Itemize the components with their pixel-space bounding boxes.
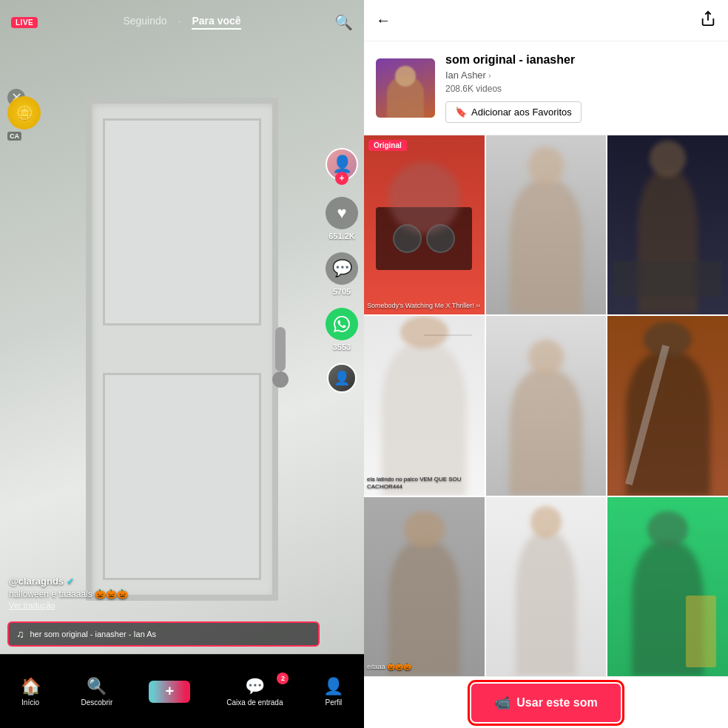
grid-item-2[interactable] bbox=[607, 135, 728, 314]
sound-details: som original - ianasher Ian Asher › 208.… bbox=[445, 53, 716, 123]
verified-icon: ✓ bbox=[67, 576, 74, 587]
coin-badge[interactable]: 🪙 bbox=[7, 96, 41, 129]
username[interactable]: @claragnds ✓ bbox=[9, 576, 128, 587]
nav-profile-label: Perfil bbox=[326, 698, 343, 707]
grid-item-6[interactable]: eitaaa 🎃🎃🎃 bbox=[364, 497, 485, 676]
comment-icon: 💬 bbox=[326, 252, 358, 285]
profile-icon: 👤 bbox=[323, 677, 343, 696]
music-note-icon: ♫ bbox=[16, 628, 24, 640]
add-button[interactable]: + bbox=[153, 681, 186, 703]
home-icon: 🏠 bbox=[21, 677, 41, 696]
inbox-count: 2 bbox=[277, 673, 289, 684]
nav-discover[interactable]: 🔍 Descobrir bbox=[81, 677, 113, 707]
add-icon: + bbox=[165, 683, 174, 700]
grid-item-7[interactable] bbox=[486, 497, 607, 676]
whatsapp-share-button[interactable]: 3553 bbox=[326, 308, 358, 351]
nav-home[interactable]: 🏠 Início bbox=[21, 677, 41, 707]
grid-item-1[interactable] bbox=[486, 135, 607, 314]
user-info: @claragnds ✓ halloween e taaaaals 🎃🎃🎃 Ve… bbox=[9, 576, 128, 610]
nav-tabs: Seguindo · Para você bbox=[123, 15, 240, 30]
use-sound-button[interactable]: 📹 Usar este som bbox=[471, 684, 620, 722]
nav-home-label: Início bbox=[21, 698, 39, 707]
door-knob bbox=[272, 371, 289, 388]
bookmark-icon: 🔖 bbox=[455, 107, 467, 118]
tab-following[interactable]: Seguindo bbox=[123, 15, 166, 30]
coin-label: CA bbox=[7, 132, 21, 141]
back-button[interactable]: ← bbox=[376, 12, 391, 29]
sound-thumbnail bbox=[376, 58, 435, 118]
nav-profile[interactable]: 👤 Perfil bbox=[323, 677, 343, 707]
sound-title: som original - ianasher bbox=[445, 53, 716, 67]
use-sound-label: Usar este som bbox=[516, 696, 597, 710]
sound-author[interactable]: Ian Asher › bbox=[445, 70, 716, 81]
like-count: 651.2K bbox=[328, 232, 354, 240]
thumbnail-inner bbox=[376, 58, 435, 118]
sound-count: 208.6K videos bbox=[445, 84, 716, 94]
grid-caption-3: ela latindo no palco VEM QUE SOU CACHOR4… bbox=[367, 476, 482, 491]
whatsapp-icon bbox=[326, 308, 358, 340]
grid-item-5[interactable] bbox=[607, 316, 728, 495]
music-bar[interactable]: ♫ her som original - ianasher - Ian As bbox=[7, 621, 320, 647]
music-disc[interactable]: 👤 bbox=[327, 363, 357, 393]
nav-inbox-label: Caixa de entrada bbox=[226, 698, 283, 707]
door-handle bbox=[275, 327, 286, 371]
chevron-right-icon: › bbox=[488, 71, 491, 80]
nav-discover-label: Descobrir bbox=[81, 698, 113, 707]
grid-caption-0: Somebody's Watching Me X Thriller! ›› bbox=[367, 302, 482, 311]
left-panel: LIVE Seguindo · Para você 🔍 ✕ 🪙 CA 👤 + ♥… bbox=[0, 0, 364, 728]
search-icon[interactable]: 🔍 bbox=[334, 13, 353, 31]
nav-inbox[interactable]: 💬 2 Caixa de entrada bbox=[226, 677, 283, 707]
music-text: her som original - ianasher - Ian As bbox=[30, 630, 157, 638]
grid-item-3[interactable]: ela latindo no palco VEM QUE SOU CACHOR4… bbox=[364, 316, 485, 495]
share-icon[interactable] bbox=[700, 10, 716, 30]
inbox-icon: 💬 bbox=[245, 677, 265, 696]
sound-info: som original - ianasher Ian Asher › 208.… bbox=[364, 41, 728, 135]
door-panel-top bbox=[103, 118, 261, 326]
use-sound-bar: 📹 Usar este som bbox=[364, 676, 728, 728]
share-count: 3553 bbox=[333, 343, 351, 351]
translate-link[interactable]: Ver tradução bbox=[9, 601, 128, 610]
action-buttons: 👤 + ♥ 651.2K 💬 5705 3553 👤 bbox=[326, 148, 358, 393]
right-top-bar: ← bbox=[364, 0, 728, 41]
original-badge: Original bbox=[368, 140, 407, 151]
comment-button[interactable]: 💬 5705 bbox=[326, 252, 358, 296]
tab-divider: · bbox=[178, 15, 181, 30]
heart-icon: ♥ bbox=[326, 197, 358, 229]
video-grid: Original Somebody's Watching Me X Thrill… bbox=[364, 135, 728, 676]
follow-plus-icon[interactable]: + bbox=[335, 172, 348, 185]
grid-item-4[interactable] bbox=[486, 316, 607, 495]
camera-icon: 📹 bbox=[494, 695, 510, 711]
bottom-navigation: 🏠 Início 🔍 Descobrir + 💬 2 Caixa de entr… bbox=[0, 654, 364, 728]
live-badge: LIVE bbox=[11, 17, 38, 28]
dj-video-bg bbox=[364, 135, 485, 314]
grid-caption-6: eitaaa 🎃🎃🎃 bbox=[367, 663, 482, 672]
door-visual bbox=[44, 59, 320, 639]
nav-add[interactable]: + bbox=[153, 681, 186, 703]
favorite-button[interactable]: 🔖 Adicionar aos Favoritos bbox=[445, 101, 582, 123]
discover-icon: 🔍 bbox=[87, 677, 107, 696]
like-button[interactable]: ♥ 651.2K bbox=[326, 197, 358, 240]
grid-item-0[interactable]: Original Somebody's Watching Me X Thrill… bbox=[364, 135, 485, 314]
favorite-label: Adicionar aos Favoritos bbox=[471, 107, 572, 118]
tab-for-you[interactable]: Para você bbox=[192, 15, 240, 30]
top-bar: LIVE Seguindo · Para você 🔍 bbox=[0, 0, 364, 44]
grid-item-8[interactable] bbox=[607, 497, 728, 676]
right-panel: ← som original - ianasher Ian Asher bbox=[364, 0, 728, 728]
door-frame bbox=[86, 98, 278, 601]
comment-count: 5705 bbox=[333, 287, 351, 296]
door-panel-bottom bbox=[103, 373, 261, 580]
caption: halloween e taaaaals 🎃🎃🎃 bbox=[9, 589, 128, 599]
